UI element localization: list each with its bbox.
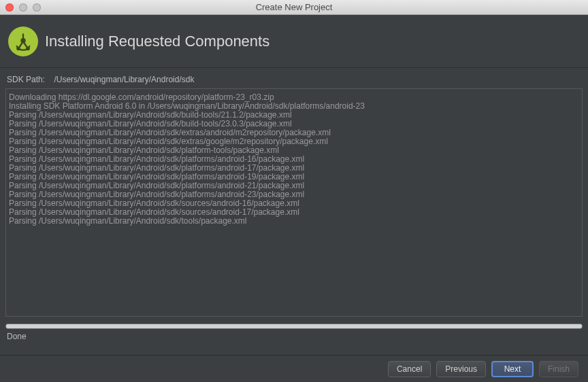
finish-button: Finish: [539, 361, 578, 377]
sdk-path-value: /Users/wuqingman/Library/Android/sdk: [54, 75, 194, 84]
next-button[interactable]: Next: [491, 361, 534, 377]
progress-bar: [5, 324, 583, 329]
wizard-header: Installing Requested Components: [0, 15, 588, 68]
install-log-output[interactable]: Downloading https://dl.google.com/androi…: [5, 88, 583, 317]
window-zoom-button[interactable]: [33, 3, 41, 12]
previous-button[interactable]: Previous: [436, 361, 486, 377]
android-studio-logo-icon: [8, 27, 38, 56]
window-minimize-button[interactable]: [19, 3, 27, 12]
progress-status-label: Done: [7, 332, 581, 341]
wizard-footer: Cancel Previous Next Finish: [0, 355, 588, 382]
progress-bar-fill: [6, 324, 582, 328]
cancel-button[interactable]: Cancel: [388, 361, 431, 377]
window-close-button[interactable]: [5, 3, 14, 12]
sdk-path-label: SDK Path:: [7, 75, 45, 84]
page-title: Installing Requested Components: [45, 33, 270, 50]
sdk-path-row: SDK Path: /Users/wuqingman/Library/Andro…: [0, 68, 588, 88]
window-controls: [5, 3, 41, 12]
window-title: Create New Project: [0, 2, 588, 12]
window-titlebar: Create New Project: [0, 0, 588, 15]
